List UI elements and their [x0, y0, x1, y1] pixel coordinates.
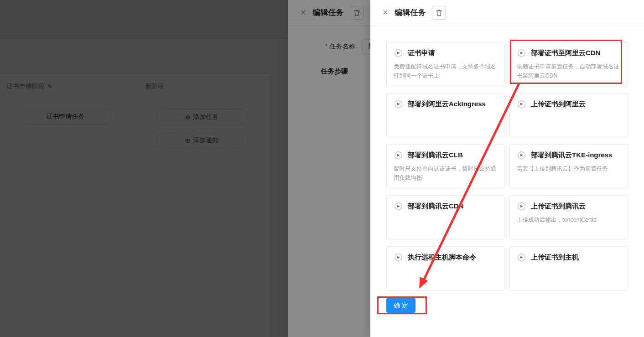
- task-card-title: 执行远程主机脚本命令: [408, 253, 476, 262]
- task-hexagon-icon: [394, 150, 403, 160]
- task-card-header: 上传证书到主机: [517, 253, 621, 262]
- task-hexagon-icon: [517, 48, 526, 58]
- task-card-header: 部署到腾讯云TKE-ingress: [517, 150, 621, 160]
- task-card-title: 部署到腾讯云CDN: [408, 202, 464, 211]
- task-type-card[interactable]: 上传证书到主机: [509, 246, 628, 290]
- task-type-card[interactable]: 部署到腾讯云CLB 暂时只支持单向认证证书，暂时只支持通用负载均衡: [386, 144, 504, 188]
- task-hexagon-icon: [517, 202, 526, 211]
- task-card-title: 部署到腾讯云CLB: [408, 151, 463, 160]
- task-card-title: 证书申请: [408, 49, 435, 57]
- drawer-header: ✕ 编辑任务: [370, 0, 644, 26]
- confirm-row: 确 定: [386, 298, 634, 313]
- task-card-title: 部署到腾讯云TKE-ingress: [531, 151, 612, 160]
- task-type-card[interactable]: 执行远程主机脚本命令: [386, 246, 504, 290]
- task-hexagon-icon: [517, 150, 526, 160]
- task-card-title: 上传证书到腾讯云: [531, 202, 586, 211]
- drawer-title: 编辑任务: [395, 7, 426, 18]
- task-hexagon-icon: [517, 99, 526, 109]
- task-card-grid: 证书申请 免费通配符域名证书申请，支持多个域名打到同一个证书上 部署证书至阿里云…: [386, 42, 634, 290]
- task-card-description: 依赖证书申请前置任务，自动部署域名证书至阿里云CDN: [517, 62, 621, 81]
- delete-task-button[interactable]: [432, 6, 446, 20]
- task-card-description: 免费通配符域名证书申请，支持多个域名打到同一个证书上: [394, 62, 497, 81]
- task-type-list: 证书申请 免费通配符域名证书申请，支持多个域名打到同一个证书上 部署证书至阿里云…: [370, 25, 644, 337]
- task-hexagon-icon: [394, 99, 403, 109]
- task-hexagon-icon: [394, 202, 403, 211]
- task-card-description: 需要【上传到腾讯云】作为前置任务: [517, 164, 621, 173]
- task-card-header: 部署到阿里云AckIngress: [394, 99, 497, 109]
- task-card-title: 部署到阿里云AckIngress: [408, 100, 486, 109]
- task-type-card[interactable]: 上传证书到阿里云: [509, 93, 628, 137]
- close-icon[interactable]: ✕: [382, 9, 388, 16]
- task-hexagon-icon: [394, 253, 403, 262]
- task-card-title: 上传证书到阿里云: [531, 100, 586, 109]
- task-type-card[interactable]: 部署到腾讯云CDN: [386, 195, 504, 239]
- task-type-card[interactable]: 部署证书至阿里云CDN 依赖证书申请前置任务，自动部署域名证书至阿里云CDN: [509, 42, 628, 86]
- task-type-card[interactable]: 证书申请 免费通配符域名证书申请，支持多个域名打到同一个证书上: [386, 42, 504, 86]
- task-card-header: 部署到腾讯云CLB: [394, 150, 497, 160]
- edit-task-drawer-front: ✕ 编辑任务 证书申请 免费通配符域名证书申请，支持多个域名打到同一个证书上: [370, 0, 644, 337]
- task-type-card[interactable]: 部署到腾讯云TKE-ingress 需要【上传到腾讯云】作为前置任务: [509, 144, 628, 188]
- app-root: 证书申请阶段 ✎ 新阶段 证书申请任务 ⊕ 添加任务 ⊕ 添加通知 ✕ 编辑任务: [0, 0, 644, 337]
- task-card-title: 上传证书到主机: [531, 253, 579, 262]
- task-type-card[interactable]: 部署到阿里云AckIngress: [386, 93, 504, 137]
- task-card-header: 上传证书到阿里云: [517, 99, 621, 109]
- task-card-header: 证书申请: [394, 48, 497, 58]
- task-type-card[interactable]: 上传证书到腾讯云 上传成功后输出：tencentCertId: [509, 195, 628, 239]
- task-hexagon-icon: [394, 48, 403, 58]
- task-card-header: 上传证书到腾讯云: [517, 202, 621, 211]
- task-card-header: 部署证书至阿里云CDN: [517, 48, 621, 58]
- task-card-description: 上传成功后输出：tencentCertId: [517, 215, 621, 224]
- task-card-title: 部署证书至阿里云CDN: [531, 49, 601, 57]
- task-card-header: 执行远程主机脚本命令: [394, 253, 497, 262]
- task-hexagon-icon: [517, 253, 526, 262]
- task-card-header: 部署到腾讯云CDN: [394, 202, 497, 211]
- confirm-button[interactable]: 确 定: [386, 298, 415, 313]
- task-card-description: 暂时只支持单向认证证书，暂时只支持通用负载均衡: [394, 164, 497, 183]
- trash-icon: [436, 9, 442, 16]
